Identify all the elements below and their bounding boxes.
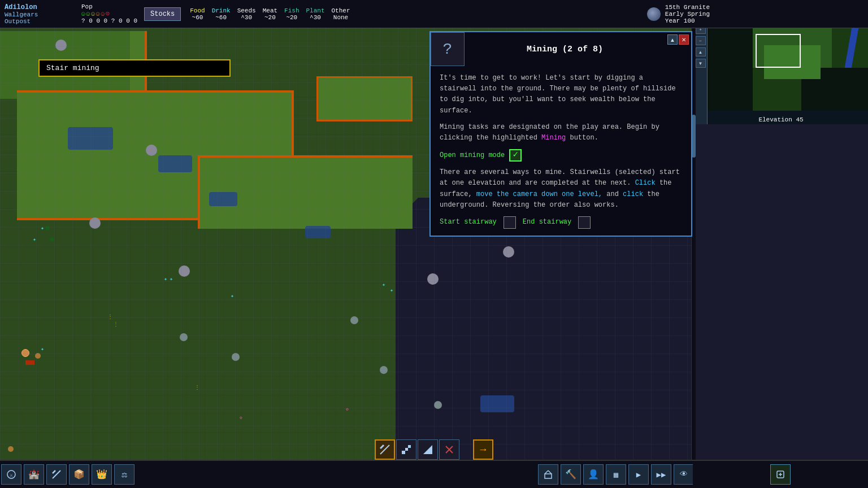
toolbar-btn-next[interactable]: ▶: [628, 464, 649, 485]
date-section: 15th Granite Early Spring Year 100: [647, 4, 710, 24]
seeds-label: Seeds: [237, 7, 256, 14]
resource-food: Food ~60: [190, 7, 205, 21]
plant-value: ^30: [310, 14, 321, 21]
fort-title: Wallgears: [5, 11, 75, 18]
top-bar: Adilolon Wallgears Outpost Pop ☺ ☺ ☺ ☺ ☺…: [0, 0, 868, 28]
start-stairway-label: Start stairway: [440, 217, 497, 228]
tutorial-title-area: Mining (2 of 8): [465, 32, 665, 66]
tree-2: [50, 237, 54, 242]
dwarf-2: [35, 353, 41, 359]
minimap-btn-3[interactable]: ▲: [696, 47, 706, 56]
stair-up-icon: [401, 444, 412, 455]
fastforward-icon: ▶▶: [657, 470, 666, 480]
minimap-btn-4[interactable]: ▼: [696, 59, 706, 68]
svg-line-14: [548, 470, 552, 474]
resource-seeds: Seeds ^30: [237, 7, 256, 21]
rock-7: [380, 366, 388, 374]
tutorial-close-button[interactable]: ✕: [679, 34, 689, 45]
dwarf-flag: [25, 360, 34, 365]
zones-icon: ▦: [614, 470, 618, 480]
plant-9: ✦: [390, 287, 393, 294]
end-stairway-box[interactable]: [578, 216, 591, 229]
rock-1: [55, 40, 67, 51]
toolbar-btn-combat[interactable]: ⚔: [1, 464, 21, 485]
fish-label: Fish: [284, 7, 299, 14]
mining-checkmark: ✓: [513, 148, 518, 163]
scroll-button[interactable]: [770, 464, 791, 485]
tutorial-body: It's time to get to work! Let's start by…: [431, 66, 691, 236]
minimap-btn-minus[interactable]: −: [696, 36, 706, 45]
toolbar-btn-build[interactable]: 🏰: [24, 464, 44, 485]
toolbar-btn-workshop[interactable]: [538, 464, 558, 485]
combat-icon: ⚔: [6, 469, 16, 480]
rock-6: [350, 316, 358, 324]
mining-btn-pickaxe[interactable]: [375, 439, 395, 460]
rock-5: [503, 246, 514, 258]
open-mining-row: Open mining mode ✓: [440, 149, 682, 162]
elevation-label: Elevation 45: [758, 116, 803, 123]
resource-meat: Meat ~20: [263, 7, 277, 21]
next-icon: ▶: [636, 470, 641, 480]
svg-line-1: [380, 445, 384, 448]
pop-icon-5: ☹: [106, 10, 110, 18]
stair-mining-label: Stair mining: [38, 59, 231, 77]
build-icon: 🏰: [28, 469, 40, 480]
svg-text:⚔: ⚔: [10, 472, 13, 478]
toolbar-btn-units[interactable]: 👤: [583, 464, 604, 485]
minimap-viewport: [756, 34, 801, 68]
water-patch-5: [480, 395, 514, 412]
water-patch-1: [68, 127, 113, 150]
pop-icon-2: ☺: [91, 11, 95, 18]
mining-btn-stair-up[interactable]: [396, 439, 416, 460]
svg-line-11: [53, 470, 55, 473]
toolbar-btn-mine[interactable]: [46, 464, 67, 485]
scrollbar-thumb[interactable]: [692, 115, 696, 158]
date-text: 15th Granite Early Spring Year 100: [665, 4, 710, 24]
start-stairway-box[interactable]: [504, 216, 516, 229]
toolbar-btn-justice[interactable]: ⚖: [114, 464, 134, 485]
tutorial-para-2: Mining tasks are designated on the play …: [440, 122, 682, 143]
mine-icon: [51, 469, 62, 480]
stocks-button[interactable]: Stocks: [144, 7, 181, 21]
plant-6: ✦: [170, 276, 173, 282]
drink-value: ~60: [215, 14, 227, 21]
stocks-icon: 📦: [73, 469, 85, 480]
tutorial-title: Mining (2 of 8): [527, 45, 603, 54]
food-value: ~60: [192, 14, 203, 21]
plant-12: ✿: [240, 415, 242, 420]
hammer-icon: 🔨: [565, 469, 576, 480]
tutorial-up-button[interactable]: ▲: [667, 34, 678, 45]
bottom-toolbar-right: [693, 460, 868, 488]
toolbar-btn-eye[interactable]: 👁: [674, 464, 694, 485]
toolbar-btn-nobles[interactable]: 👑: [92, 464, 112, 485]
seeds-value: ^30: [241, 14, 252, 21]
water-patch-4: [305, 226, 331, 238]
rock-2: [89, 217, 101, 229]
eye-icon: 👁: [680, 470, 688, 479]
toolbar-btn-hammer[interactable]: 🔨: [561, 464, 581, 485]
meat-value: ~20: [264, 14, 276, 21]
fort-name: Adilolon: [5, 3, 75, 11]
drink-label: Drink: [212, 7, 231, 14]
resource-fish: Fish ~20: [284, 7, 299, 21]
tutorial-para-3: There are several ways to mine. Stairwel…: [440, 167, 682, 211]
justice-icon: ⚖: [121, 469, 127, 480]
mining-btn-cancel[interactable]: [439, 439, 459, 460]
tutorial-header: ? Mining (2 of 8) ▲ ✕: [431, 32, 691, 66]
rock-10: [180, 333, 188, 341]
scroll-icon: [775, 469, 785, 480]
plant-4: ⋮: [113, 321, 119, 328]
toolbar-btn-fastforward[interactable]: ▶▶: [651, 464, 671, 485]
plant-8: ✦: [382, 281, 385, 288]
svg-line-13: [545, 470, 548, 474]
toolbar-btn-stocks[interactable]: 📦: [69, 464, 89, 485]
pop-icons: ☺ ☺ ☺ ☺ ☺ ☹: [81, 10, 137, 18]
mining-btn-arrow[interactable]: →: [473, 439, 493, 460]
terrain-island: [316, 76, 413, 121]
dwarf-3: [8, 446, 14, 452]
mining-btn-ramp[interactable]: [418, 439, 438, 460]
plant-2: ✦: [33, 236, 36, 243]
mining-checkbox[interactable]: ✓: [509, 149, 522, 162]
fort-info: Adilolon Wallgears Outpost: [0, 2, 79, 26]
toolbar-btn-zones[interactable]: ▦: [606, 464, 626, 485]
